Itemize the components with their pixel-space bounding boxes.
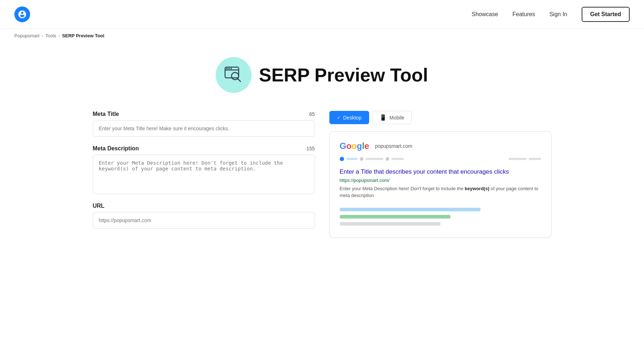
serp-results-lines xyxy=(340,208,541,226)
breadcrumb-sep2: › xyxy=(58,33,60,38)
breadcrumb-home[interactable]: Popupsmart xyxy=(14,33,39,38)
google-search-url: popupsmart.com xyxy=(375,143,412,149)
mobile-label: Mobile xyxy=(390,115,404,121)
view-toggle: ✓ Desktop 📱 Mobile xyxy=(329,111,552,124)
nav-features[interactable]: Features xyxy=(512,11,535,18)
svg-line-6 xyxy=(238,79,240,81)
breadcrumb-current: SERP Preview Tool xyxy=(62,33,104,38)
serp-title: Enter a Title that describes your conten… xyxy=(340,168,541,176)
logo-icon xyxy=(18,10,27,19)
breadcrumb-sep1: › xyxy=(42,33,43,38)
main-content: Meta Title 65 Meta Description 155 URL xyxy=(71,111,573,259)
mobile-icon: 📱 xyxy=(380,114,387,121)
meta-desc-input[interactable] xyxy=(93,155,315,194)
breadcrumb: Popupsmart › Tools › SERP Preview Tool xyxy=(0,29,644,43)
check-icon: ✓ xyxy=(337,115,340,120)
google-logo: Google xyxy=(340,142,369,150)
breadcrumb-tools[interactable]: Tools xyxy=(45,33,56,38)
url-input[interactable] xyxy=(93,212,315,229)
hero-icon-container xyxy=(216,57,252,93)
meta-title-header: Meta Title 65 xyxy=(93,111,315,117)
meta-desc-header: Meta Description 155 xyxy=(93,145,315,152)
logo[interactable] xyxy=(14,6,30,22)
dot-gray1 xyxy=(360,157,363,161)
svg-point-3 xyxy=(228,68,230,69)
line-right1 xyxy=(391,158,404,160)
line-med1 xyxy=(366,158,383,160)
desktop-toggle[interactable]: ✓ Desktop xyxy=(329,111,369,124)
meta-desc-count: 155 xyxy=(306,146,315,151)
serp-tool-icon xyxy=(224,65,244,85)
google-bar: Google popupsmart.com xyxy=(340,142,541,150)
navbar: Showcase Features Sign In Get Started xyxy=(0,0,644,29)
meta-title-input[interactable] xyxy=(93,120,315,137)
svg-point-4 xyxy=(230,68,232,69)
serp-desc-before: Enter your Meta Description here! Don't … xyxy=(340,186,465,191)
dot-gray2 xyxy=(386,157,389,161)
meta-desc-group: Meta Description 155 xyxy=(93,145,315,194)
url-header: URL xyxy=(93,203,315,209)
serp-desc: Enter your Meta Description here! Don't … xyxy=(340,185,541,199)
nav-signin[interactable]: Sign In xyxy=(549,11,567,18)
serp-result: Enter a Title that describes your conten… xyxy=(340,168,541,199)
dot-blue xyxy=(340,157,344,161)
meta-title-group: Meta Title 65 xyxy=(93,111,315,137)
serp-desc-keyword: keyword(s) xyxy=(465,186,490,191)
left-panel: Meta Title 65 Meta Description 155 URL xyxy=(93,111,315,238)
nav-showcase[interactable]: Showcase xyxy=(472,11,498,18)
mobile-toggle[interactable]: 📱 Mobile xyxy=(372,111,412,124)
result-line-green xyxy=(340,215,450,219)
hero-section: SERP Preview Tool xyxy=(0,43,644,111)
nav-links: Showcase Features Sign In Get Started xyxy=(472,7,630,22)
right-panel: ✓ Desktop 📱 Mobile Google popupsmart.com xyxy=(329,111,552,238)
meta-desc-label: Meta Description xyxy=(93,145,139,152)
result-line-gray xyxy=(340,222,440,226)
svg-point-2 xyxy=(226,68,228,69)
line-short xyxy=(346,158,358,160)
meta-title-label: Meta Title xyxy=(93,111,119,117)
result-line-blue xyxy=(340,208,481,211)
line-far1 xyxy=(509,158,526,160)
hero-title: SERP Preview Tool xyxy=(259,64,428,86)
url-label: URL xyxy=(93,203,105,209)
get-started-button[interactable]: Get Started xyxy=(582,7,630,22)
serp-preview-card: Google popupsmart.com Enter a Title that… xyxy=(329,131,552,238)
line-far2 xyxy=(529,158,541,160)
desktop-label: Desktop xyxy=(343,115,362,121)
url-group: URL xyxy=(93,203,315,229)
meta-title-count: 65 xyxy=(309,111,315,117)
serp-url: https://popupsmart.com/ xyxy=(340,178,541,183)
serp-nav-dots xyxy=(340,157,541,161)
